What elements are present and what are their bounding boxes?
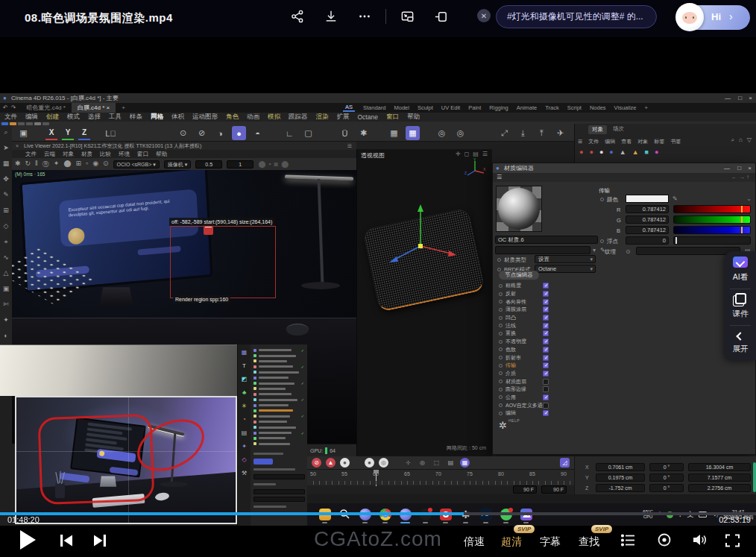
coord-position-field[interactable]: -1.752 cm	[596, 484, 645, 492]
octane-tool-icon[interactable]: ▫	[86, 160, 88, 169]
tool-icon[interactable]: △	[4, 269, 9, 277]
toolbar-icon[interactable]: ◓	[251, 126, 265, 140]
player-menu-quality[interactable]: 超清SVIP	[501, 535, 522, 549]
channel-checkbox[interactable]	[543, 394, 549, 400]
toolbar-icon[interactable]: ⤢	[497, 126, 511, 140]
toolbar-icon[interactable]: ●	[232, 126, 246, 140]
channel-row[interactable]: 圆形边缘	[496, 386, 594, 394]
more-icon[interactable]	[356, 8, 373, 25]
search-icon[interactable]: ⌕	[731, 136, 734, 144]
octane-tool-icon[interactable]: ⬤	[63, 160, 71, 169]
channel-checkbox[interactable]	[543, 315, 549, 321]
cast-icon[interactable]	[432, 8, 449, 25]
menu-item[interactable]: 选择	[88, 113, 101, 122]
tool-icon[interactable]: ✄	[3, 300, 9, 308]
axis-y-button[interactable]: Y	[62, 126, 74, 140]
channel-row[interactable]: 不透明度	[496, 338, 594, 346]
keyframe-icon[interactable]: ●	[365, 458, 374, 468]
menu-item[interactable]: 网格	[151, 113, 163, 122]
dock-menu-item[interactable]: 标签	[654, 138, 664, 145]
property-field[interactable]	[253, 497, 305, 502]
menu-icon[interactable]: ☰	[497, 174, 502, 180]
coord-rotation-field[interactable]: 0 °	[649, 473, 684, 482]
keyframe-icon[interactable]: ◎	[379, 458, 388, 468]
object-row[interactable]	[252, 353, 306, 358]
octane-tool-icon[interactable]: Ⓡ	[42, 160, 49, 169]
object-row[interactable]	[252, 370, 306, 375]
channel-checkbox[interactable]	[543, 386, 549, 392]
channel-checkbox[interactable]	[543, 410, 549, 416]
toolbar-icon[interactable]: ⤓	[516, 126, 530, 140]
octane-menu-item[interactable]: 比较	[100, 151, 111, 158]
volume-icon[interactable]	[692, 532, 708, 550]
frame-field[interactable]: 90 F	[513, 485, 537, 494]
collapse-icon[interactable]: ⌄	[746, 195, 752, 202]
channel-checkbox[interactable]	[543, 291, 549, 297]
help-icon[interactable]: ✲HELP	[499, 420, 507, 431]
tool-icon[interactable]: ◐	[4, 332, 7, 339]
material-ball-icon[interactable]: ▲	[632, 148, 639, 156]
close-icon[interactable]: ×	[16, 143, 19, 148]
toolbar-icon[interactable]: ⊘	[195, 126, 209, 140]
object-row[interactable]	[252, 424, 306, 429]
fullscreen-icon[interactable]	[725, 534, 740, 550]
exposure-field[interactable]: 0.5	[195, 160, 222, 169]
layout-tab-Nodes[interactable]: Nodes	[590, 104, 606, 111]
rgb-slider-b[interactable]	[673, 226, 751, 234]
playlist-icon[interactable]	[621, 534, 635, 550]
rail-icon[interactable]: ◔	[242, 416, 246, 423]
object-row[interactable]	[252, 435, 306, 441]
keyframe-icon[interactable]: ◎	[418, 458, 427, 468]
toolbar-icon[interactable]: ∟	[283, 126, 297, 140]
toolbar-icon[interactable]: ▦	[406, 126, 420, 140]
material-ball-icon[interactable]: ▲	[620, 148, 626, 156]
material-ball-icon[interactable]: ●	[609, 148, 613, 156]
channel-checkbox[interactable]	[543, 283, 549, 289]
view-icon[interactable]: ◻	[464, 151, 470, 157]
camera-icon[interactable]: ◙	[274, 160, 278, 168]
courseware-button[interactable]: 课件	[725, 293, 756, 319]
object-row[interactable]	[252, 419, 306, 424]
color-picker-icon[interactable]: ✎	[672, 195, 678, 202]
toolbar-icon[interactable]: ✱	[356, 126, 371, 140]
tool-icon[interactable]: ✎	[3, 191, 9, 198]
menu-item[interactable]: 动画	[247, 113, 259, 122]
menu-icon[interactable]: ☰	[482, 151, 488, 157]
tool-icon[interactable]: ⊞	[3, 207, 9, 214]
record-icon[interactable]	[657, 532, 672, 550]
channel-row[interactable]: 反射	[496, 290, 594, 298]
axis-z-button[interactable]: Z	[78, 126, 90, 140]
object-row[interactable]: ✓	[252, 380, 306, 386]
rgb-slider-g[interactable]	[673, 215, 751, 224]
channel-row[interactable]: 公用	[496, 394, 594, 402]
rail-icon[interactable]: ♣	[242, 389, 246, 396]
frame-field[interactable]: 90 F	[541, 485, 567, 494]
channel-row[interactable]: 介质	[496, 370, 594, 378]
layout-icon[interactable]: ▤	[473, 151, 479, 157]
material-preview[interactable]	[496, 186, 542, 232]
octane-tool-icon[interactable]: ✦	[54, 160, 60, 169]
coord-rotation-field[interactable]: 0 °	[649, 484, 684, 492]
toolbar-icon[interactable]: ◎	[453, 126, 467, 140]
toolbar-icon[interactable]: ▣	[16, 126, 31, 140]
player-menu-find[interactable]: 查找SVIP	[579, 535, 599, 549]
pip-icon[interactable]	[399, 8, 415, 25]
document-tab[interactable]: 白膜.c4d * ×	[72, 103, 116, 113]
channel-checkbox[interactable]	[543, 323, 549, 329]
layout-tab-+[interactable]: +	[645, 104, 648, 111]
video-content[interactable]: ● Cinema 4D R26.015 - [白膜.c4d *] - 主要 — …	[0, 37, 756, 507]
minimize-icon[interactable]: —	[724, 163, 730, 173]
material-ball-icon[interactable]: ●	[579, 148, 583, 156]
document-tab[interactable]: 暗色重光.c4d *	[20, 103, 71, 113]
menu-item[interactable]: 帮助	[407, 113, 420, 122]
keyframe-icon[interactable]: ▲	[326, 458, 336, 468]
rail-icon[interactable]: ✦	[242, 443, 247, 450]
pick-icon[interactable]: ▪	[268, 160, 271, 168]
brdf-select[interactable]: Octane	[535, 265, 596, 273]
float-slider[interactable]	[673, 236, 751, 245]
octane-tool-icon[interactable]: ⊙	[103, 160, 109, 169]
tool-icon[interactable]: ✦	[3, 316, 9, 324]
tool-icon[interactable]: ⌖	[4, 238, 7, 245]
toolbar-icon[interactable]: ▦	[387, 126, 401, 140]
gamma-field[interactable]: 1	[227, 160, 253, 169]
